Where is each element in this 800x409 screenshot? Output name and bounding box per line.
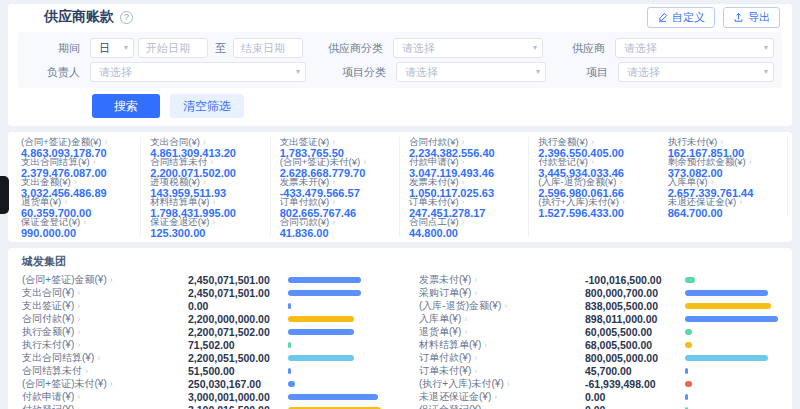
group-name[interactable]: 城发集团 bbox=[22, 254, 778, 269]
kpi-cell[interactable]: 合同结算未付 › 2,200,071,502.00 bbox=[141, 157, 270, 177]
kpi-cell[interactable]: 发票未开(¥) › -433,479,566.57 bbox=[271, 177, 400, 197]
group-metric-label-wrap: 付款登记(¥) › bbox=[22, 403, 188, 409]
kpi-cell[interactable]: 订单未付(¥) › 247,451,278.17 bbox=[400, 197, 529, 217]
group-metric-row[interactable]: 发票未付(¥) › -100,016,500.00 bbox=[419, 274, 778, 286]
kpi-label-row: 支出金额(¥) › bbox=[21, 177, 131, 187]
kpi-cell[interactable]: 合同点工(¥) › 44,800.00 bbox=[400, 217, 529, 237]
kpi-cell[interactable]: 支出合同(¥) › 4,861,309,413.20 bbox=[141, 137, 270, 157]
project-select[interactable]: 请选择 ▾ bbox=[618, 62, 774, 82]
kpi-label-row: 合同点工(¥) › bbox=[409, 217, 519, 227]
group-metric-label-wrap: 合同付款(¥) › bbox=[22, 312, 188, 326]
chevron-right-icon: › bbox=[622, 198, 625, 207]
group-metric-value: 250,030,167.00 bbox=[188, 378, 288, 390]
owner-select[interactable]: 请选择 ▾ bbox=[90, 62, 306, 82]
group-metric-label: (合同+签证)金额(¥) bbox=[22, 273, 107, 287]
group-metric-row[interactable]: 付款登记(¥) › 3,100,016,500.00 bbox=[22, 404, 381, 409]
group-metric-row[interactable]: 支出合同(¥) › 2,450,071,501.00 bbox=[22, 287, 381, 299]
group-metric-row[interactable]: 材料结算单(¥) › 68,005,500.00 bbox=[419, 339, 778, 351]
kpi-cell[interactable]: 保证金退还(¥) › 125,300.00 bbox=[141, 217, 270, 237]
group-metric-row[interactable]: 合同结算未付 › 51,500.00 bbox=[22, 365, 381, 377]
kpi-cell[interactable]: 未退还保证金(¥) › 864,700.00 bbox=[659, 197, 788, 217]
header-actions: 自定义 导出 bbox=[647, 7, 780, 28]
kpi-cell[interactable]: 执行金额(¥) › 2,396,550,405.00 bbox=[529, 137, 658, 157]
kpi-cell[interactable]: 执行未付(¥) › 162,167,851.00 bbox=[659, 137, 788, 157]
group-metric-row[interactable]: 执行金额(¥) › 2,200,071,502.00 bbox=[22, 326, 381, 338]
kpi-cell[interactable]: 支出签证(¥) › 1,783,765.50 bbox=[271, 137, 400, 157]
caret-down-icon: ▾ bbox=[533, 44, 537, 52]
kpi-cell[interactable]: (合同+签证)金额(¥) › 4,863,093,178.70 bbox=[12, 137, 141, 157]
group-metric-label: 执行未付(¥) bbox=[22, 338, 74, 352]
help-icon[interactable]: ? bbox=[120, 11, 133, 24]
customize-button[interactable]: 自定义 bbox=[647, 7, 715, 28]
kpi-cell[interactable]: 订单付款(¥) › 802,665,767.46 bbox=[271, 197, 400, 217]
customize-button-label: 自定义 bbox=[672, 10, 705, 25]
metric-bar bbox=[685, 342, 692, 348]
kpi-label: 材料结算单(¥) bbox=[150, 197, 209, 207]
chevron-right-icon: › bbox=[203, 138, 206, 147]
kpi-cell[interactable]: 剩余预付款金额(¥) › 373,082.00 bbox=[659, 157, 788, 177]
kpi-value: 990,000.00 bbox=[21, 228, 131, 237]
metric-bar bbox=[685, 368, 688, 374]
group-metric-row[interactable]: 保证金登记(¥) › 0.00 bbox=[419, 404, 778, 409]
start-date-input[interactable] bbox=[138, 38, 208, 58]
period-unit-value: 日 bbox=[99, 41, 110, 56]
chevron-right-icon: › bbox=[462, 218, 465, 227]
search-button[interactable]: 搜索 bbox=[92, 94, 160, 118]
group-metric-row[interactable]: 采购订单(¥) › 800,000,700.00 bbox=[419, 287, 778, 299]
kpi-cell[interactable]: (入库-退货)金额(¥) › 2,596,980,061.66 bbox=[529, 177, 658, 197]
kpi-cell[interactable]: 保证金登记(¥) › 990,000.00 bbox=[12, 217, 141, 237]
supplier-select[interactable]: 请选择 ▾ bbox=[615, 38, 774, 58]
group-metric-row[interactable]: (入库-退货)金额(¥) › 838,005,500.00 bbox=[419, 300, 778, 312]
kpi-cell[interactable]: 发票未付(¥) › 1,050,117,025.63 bbox=[400, 177, 529, 197]
kpi-label-row: 合同罚款(¥) › bbox=[280, 217, 390, 227]
kpi-cell[interactable]: 支出金额(¥) › 3,032,456,486.89 bbox=[12, 177, 141, 197]
group-metric-row[interactable]: 执行未付(¥) › 71,502.00 bbox=[22, 339, 381, 351]
metric-bar bbox=[288, 329, 354, 335]
kpi-cell[interactable]: 材料结算单(¥) › 1,798,431,995.00 bbox=[141, 197, 270, 217]
kpi-value: 44,800.00 bbox=[409, 228, 519, 237]
group-metric-row[interactable]: 支出合同结算(¥) › 2,200,051,500.00 bbox=[22, 352, 381, 364]
kpi-value: 60,359,700.00 bbox=[21, 208, 131, 217]
kpi-cell[interactable]: 入库单(¥) › 2,657,339,761.44 bbox=[659, 177, 788, 197]
group-metric-row[interactable]: (合同+签证)未付(¥) › 250,030,167.00 bbox=[22, 378, 381, 390]
group-metric-row[interactable]: 入库单(¥) › 898,011,000.00 bbox=[419, 313, 778, 325]
group-metric-row[interactable]: 退货单(¥) › 60,005,500.00 bbox=[419, 326, 778, 338]
kpi-cell[interactable]: 合同付款(¥) › 2,234,382,556.40 bbox=[400, 137, 529, 157]
caret-down-icon: ▾ bbox=[764, 68, 768, 76]
page-header: 供应商账款 ? 自定义 导出 bbox=[8, 4, 792, 28]
project-category-select[interactable]: 请选择 ▾ bbox=[396, 62, 546, 82]
kpi-cell[interactable]: (执行+入库)未付(¥) › 1,527,596,433.00 bbox=[529, 197, 658, 217]
kpi-cell[interactable]: 合同罚款(¥) › 41,836.00 bbox=[271, 217, 400, 237]
chevron-right-icon: › bbox=[83, 218, 86, 227]
kpi-cell[interactable]: 支出合同结算(¥) › 2,379,476,087.00 bbox=[12, 157, 141, 177]
period-unit-select[interactable]: 日 ▾ bbox=[90, 38, 134, 58]
kpi-cell[interactable]: 付款申请(¥) › 3,047,119,493.46 bbox=[400, 157, 529, 177]
metric-bar bbox=[288, 368, 291, 374]
metric-bar-zone bbox=[288, 394, 381, 400]
group-metric-row[interactable]: 未退还保证金(¥) › 0.00 bbox=[419, 391, 778, 403]
drawer-handle[interactable] bbox=[0, 176, 9, 214]
group-metric-row[interactable]: 合同付款(¥) › 2,200,000,000.00 bbox=[22, 313, 381, 325]
group-metric-row[interactable]: 订单付款(¥) › 800,005,000.00 bbox=[419, 352, 778, 364]
kpi-label-row: 进项税额(¥) › bbox=[150, 177, 260, 187]
kpi-cell[interactable]: 付款登记(¥) › 3,445,934,033.46 bbox=[529, 157, 658, 177]
clear-filters-button[interactable]: 清空筛选 bbox=[170, 94, 244, 118]
kpi-cell[interactable]: (合同+签证)未付(¥) › 2,628,668,779.70 bbox=[271, 157, 400, 177]
export-button[interactable]: 导出 bbox=[723, 7, 780, 28]
chevron-right-icon: › bbox=[110, 380, 113, 389]
supplier-category-select[interactable]: 请选择 ▾ bbox=[393, 38, 543, 58]
chevron-right-icon: › bbox=[474, 276, 477, 285]
chevron-right-icon: › bbox=[484, 406, 487, 409]
group-metric-row[interactable]: 付款申请(¥) › 3,000,001,000.00 bbox=[22, 391, 381, 403]
end-date-input[interactable] bbox=[233, 38, 303, 58]
owner-placeholder: 请选择 bbox=[99, 65, 132, 80]
group-metric-row[interactable]: (执行+入库)未付(¥) › -61,939,498.00 bbox=[419, 378, 778, 390]
group-metric-row[interactable]: 订单未付(¥) › 45,700.00 bbox=[419, 365, 778, 377]
group-metric-value: 51,500.00 bbox=[188, 365, 288, 377]
kpi-cell[interactable]: 退货单(¥) › 60,359,700.00 bbox=[12, 197, 141, 217]
group-metric-row[interactable]: (合同+签证)金额(¥) › 2,450,071,501.00 bbox=[22, 274, 381, 286]
kpi-cell[interactable]: 进项税额(¥) › 143,959,511.93 bbox=[141, 177, 270, 197]
project-category-placeholder: 请选择 bbox=[405, 65, 438, 80]
group-metric-row[interactable]: 支出签证(¥) › 0.00 bbox=[22, 300, 381, 312]
chevron-right-icon: › bbox=[494, 393, 497, 402]
